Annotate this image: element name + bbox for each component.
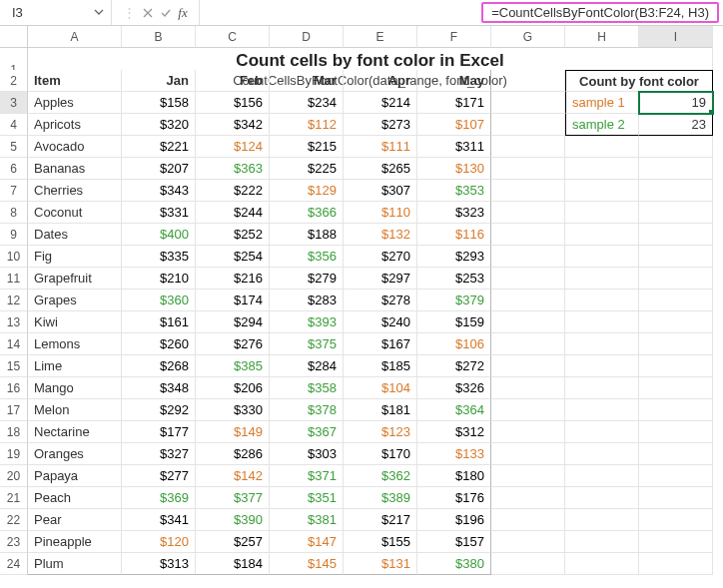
cell[interactable] (491, 224, 565, 246)
cell-value[interactable]: $167 (344, 333, 417, 355)
cell[interactable] (565, 465, 639, 487)
cell[interactable] (565, 531, 639, 553)
col-header[interactable]: G (491, 26, 565, 48)
row-header[interactable]: 14 (0, 333, 28, 355)
cell-item[interactable]: Fig (28, 246, 122, 268)
cell-value[interactable]: $307 (344, 180, 417, 202)
countbox-value[interactable]: 19 (639, 92, 713, 114)
cell[interactable] (639, 355, 713, 377)
cell-value[interactable]: $116 (417, 224, 491, 246)
cell-value[interactable]: $377 (196, 487, 270, 509)
cell-value[interactable]: $147 (270, 531, 344, 553)
cell[interactable] (491, 531, 565, 553)
cell-item[interactable]: Oranges (28, 443, 122, 465)
cell-value[interactable]: $156 (196, 92, 270, 114)
cell-item[interactable]: Cherries (28, 180, 122, 202)
cell-value[interactable]: $381 (270, 509, 344, 531)
col-header[interactable]: D (270, 26, 344, 48)
cell-value[interactable]: $311 (417, 136, 491, 158)
cell[interactable] (639, 268, 713, 290)
data-header[interactable]: Apr (344, 70, 417, 92)
cell-value[interactable]: $348 (122, 377, 196, 399)
cell[interactable] (491, 421, 565, 443)
cell-value[interactable]: $369 (122, 487, 196, 509)
cell-value[interactable]: $149 (196, 421, 270, 443)
cell-value[interactable]: $106 (417, 333, 491, 355)
row-header[interactable]: 7 (0, 180, 28, 202)
cell-value[interactable]: $286 (196, 443, 270, 465)
cell[interactable] (639, 377, 713, 399)
cell-value[interactable]: $254 (196, 246, 270, 268)
cell-value[interactable]: $343 (122, 180, 196, 202)
cell[interactable] (565, 487, 639, 509)
cell-value[interactable]: $375 (270, 333, 344, 355)
cell[interactable] (565, 136, 639, 158)
cell-value[interactable]: $364 (417, 399, 491, 421)
formula-input[interactable]: =CountCellsByFontColor(B3:F24, H3) (200, 0, 723, 25)
cell[interactable] (491, 246, 565, 268)
cell[interactable] (491, 136, 565, 158)
data-header[interactable]: Feb (196, 70, 270, 92)
row-header[interactable]: 12 (0, 290, 28, 311)
cell-item[interactable]: Melon (28, 399, 122, 421)
cell-value[interactable]: $360 (122, 290, 196, 311)
cell-value[interactable]: $277 (122, 465, 196, 487)
cell-value[interactable]: $367 (270, 421, 344, 443)
cell-item[interactable]: Mango (28, 377, 122, 399)
cell-value[interactable]: $132 (344, 224, 417, 246)
cell[interactable] (491, 290, 565, 311)
cell[interactable] (491, 487, 565, 509)
cell-value[interactable]: $155 (344, 531, 417, 553)
cell[interactable] (565, 377, 639, 399)
cell-value[interactable]: $174 (196, 290, 270, 311)
cell[interactable] (491, 377, 565, 399)
cell-item[interactable]: Avocado (28, 136, 122, 158)
row-header[interactable]: 3 (0, 92, 28, 114)
cell-item[interactable]: Kiwi (28, 311, 122, 333)
cell-value[interactable]: $303 (270, 443, 344, 465)
cell[interactable] (565, 246, 639, 268)
col-header[interactable]: E (344, 26, 417, 48)
cell-value[interactable]: $225 (270, 158, 344, 180)
row-header[interactable]: 15 (0, 355, 28, 377)
cell[interactable] (565, 553, 639, 575)
cell-value[interactable]: $270 (344, 246, 417, 268)
cell-value[interactable]: $240 (344, 311, 417, 333)
cell-value[interactable]: $253 (417, 268, 491, 290)
cell-value[interactable]: $222 (196, 180, 270, 202)
cell-value[interactable]: $244 (196, 202, 270, 224)
cell-value[interactable]: $389 (344, 487, 417, 509)
cell-value[interactable]: $335 (122, 246, 196, 268)
cell[interactable] (639, 531, 713, 553)
cell-value[interactable]: $171 (417, 92, 491, 114)
cell-value[interactable]: $142 (196, 465, 270, 487)
cell-value[interactable]: $188 (270, 224, 344, 246)
cell[interactable] (639, 180, 713, 202)
row-header[interactable]: 22 (0, 509, 28, 531)
fx-icon[interactable]: fx (178, 5, 187, 21)
cell-value[interactable]: $323 (417, 202, 491, 224)
countbox-title[interactable]: Count by font color (565, 70, 713, 92)
data-header[interactable]: Jan (122, 70, 196, 92)
cell-value[interactable]: $351 (270, 487, 344, 509)
cell-value[interactable]: $210 (122, 268, 196, 290)
cell[interactable] (491, 114, 565, 136)
cell-value[interactable]: $123 (344, 421, 417, 443)
cell-value[interactable]: $273 (344, 114, 417, 136)
cell-value[interactable]: $313 (122, 553, 196, 575)
cell-value[interactable]: $107 (417, 114, 491, 136)
countbox-sample-label[interactable]: sample 2 (565, 114, 639, 136)
cell[interactable] (639, 333, 713, 355)
cell-value[interactable]: $177 (122, 421, 196, 443)
cell[interactable] (565, 333, 639, 355)
cell-value[interactable]: $366 (270, 202, 344, 224)
cell-value[interactable]: $176 (417, 487, 491, 509)
cell-value[interactable]: $221 (122, 136, 196, 158)
cell-value[interactable]: $326 (417, 377, 491, 399)
cell-item[interactable]: Plum (28, 553, 122, 575)
cell[interactable] (565, 290, 639, 311)
cell-value[interactable]: $181 (344, 399, 417, 421)
cell-value[interactable]: $358 (270, 377, 344, 399)
cell-item[interactable]: Grapefruit (28, 268, 122, 290)
cell-value[interactable]: $362 (344, 465, 417, 487)
